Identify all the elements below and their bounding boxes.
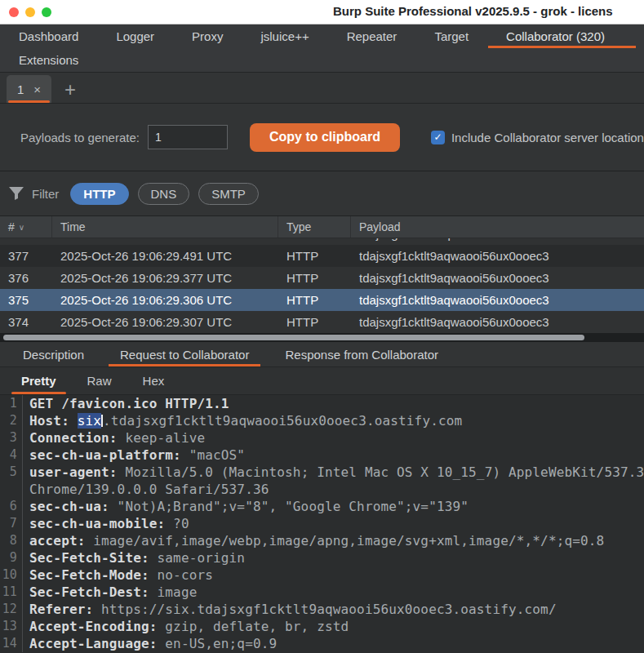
- session-tab-1[interactable]: 1 ×: [7, 75, 51, 103]
- editor-line: 11Sec-Fetch-Dest: image: [0, 584, 644, 601]
- viewtab-hex[interactable]: Hex: [133, 367, 175, 394]
- editor-line: 7sec-ch-ua-mobile: ?0: [0, 515, 644, 532]
- cell-num: 378: [0, 238, 52, 241]
- nav-tab-jsluice[interactable]: jsluice++: [249, 24, 320, 48]
- line-number: 13: [0, 618, 23, 635]
- editor-line: 9Sec-Fetch-Site: same-origin: [0, 549, 644, 566]
- code-text[interactable]: Connection: keep-alive: [23, 429, 644, 446]
- cell-payload: tdajsxgf1cktlt9aqwaooi56ux0ooec3: [351, 271, 644, 285]
- filter-pills: HTTPDNSSMTP: [59, 183, 259, 205]
- include-location-checkbox-group[interactable]: ✓ Include Collaborator server location: [431, 131, 644, 144]
- code-text[interactable]: Sec-Fetch-Site: same-origin: [23, 549, 644, 566]
- zoom-window-icon[interactable]: [42, 7, 51, 17]
- code-text[interactable]: Sec-Fetch-Mode: no-cors: [23, 566, 644, 584]
- line-number: 12: [0, 601, 23, 618]
- cell-time: 2025-Oct-26 19:06:29.491 UTC: [52, 238, 278, 241]
- column-header-time[interactable]: Time: [52, 216, 278, 238]
- filter-pill-smtp[interactable]: SMTP: [198, 183, 259, 205]
- nav-tab-extensions[interactable]: Extensions: [7, 48, 90, 72]
- tab-request-to-collaborator[interactable]: Request to Collaborator: [109, 342, 260, 366]
- column-header-type[interactable]: Type: [278, 216, 351, 238]
- session-tabstrip: 1 × +: [0, 73, 644, 104]
- nav-tab-logger[interactable]: Logger: [104, 24, 166, 48]
- editor-line: 10Sec-Fetch-Mode: no-cors: [0, 566, 644, 584]
- request-editor: 1GET /favicon.ico HTTP/1.12Host: six.tda…: [0, 395, 644, 653]
- cell-type: HTTP: [278, 315, 351, 329]
- line-number: 4: [0, 446, 23, 464]
- nav-tab-target[interactable]: Target: [423, 24, 480, 48]
- table-row[interactable]: 3772025-Oct-26 19:06:29.491 UTCHTTPtdajs…: [0, 245, 644, 267]
- payloads-to-generate-label: Payloads to generate:: [20, 131, 140, 144]
- editor-line: 3Connection: keep-alive: [0, 429, 644, 446]
- cell-num: 374: [0, 315, 52, 329]
- nav-tab-repeater[interactable]: Repeater: [335, 24, 409, 48]
- add-tab-button[interactable]: +: [64, 82, 76, 98]
- editor-line: 8accept: image/avif,image/webp,image/apn…: [0, 532, 644, 549]
- line-number: 6: [0, 498, 23, 515]
- code-text[interactable]: sec-ch-ua-platform: "macOS": [23, 446, 644, 464]
- scrollbar-thumb[interactable]: [3, 335, 584, 340]
- line-number: 5: [0, 464, 23, 481]
- code-text[interactable]: user-agent: Mozilla/5.0 (Macintosh; Inte…: [23, 464, 644, 481]
- line-number: 7: [0, 515, 23, 532]
- editor-line: 1GET /favicon.ico HTTP/1.1: [0, 395, 644, 412]
- line-number: 14: [0, 635, 23, 652]
- editor-line: 12Referer: https://six.tdajsxgf1cktlt9aq…: [0, 601, 644, 618]
- payload-bar: Payloads to generate: Copy to clipboard …: [0, 104, 644, 171]
- table-row[interactable]: 3782025-Oct-26 19:06:29.491 UTCHTTPtdajs…: [0, 238, 644, 245]
- checkbox-checked-icon[interactable]: ✓: [431, 131, 445, 144]
- detail-tabs: DescriptionRequest to CollaboratorRespon…: [0, 342, 644, 367]
- column-header-number[interactable]: # ∨: [0, 216, 52, 238]
- code-text[interactable]: Referer: https://six.tdajsxgf1cktlt9aqwa…: [23, 601, 644, 618]
- line-number: 1: [0, 395, 23, 412]
- viewtab-raw[interactable]: Raw: [78, 367, 122, 394]
- session-tab-label: 1: [17, 82, 24, 96]
- table-row[interactable]: 3752025-Oct-26 19:06:29.306 UTCHTTPtdajs…: [0, 289, 644, 311]
- code-text[interactable]: Accept-Encoding: gzip, deflate, br, zstd: [23, 618, 644, 635]
- editor-line: 13Accept-Encoding: gzip, deflate, br, zs…: [0, 618, 644, 635]
- tab-response-from-collaborator[interactable]: Response from Collaborator: [273, 342, 450, 366]
- column-header-payload[interactable]: Payload: [351, 216, 644, 238]
- editor-lines: 1GET /favicon.ico HTTP/1.12Host: six.tda…: [0, 395, 644, 652]
- line-number: 10: [0, 566, 23, 584]
- table-row[interactable]: 3742025-Oct-26 19:06:29.307 UTCHTTPtdajs…: [0, 311, 644, 333]
- code-text[interactable]: sec-ch-ua-mobile: ?0: [23, 515, 644, 532]
- payload-count-input[interactable]: [148, 125, 228, 149]
- cell-time: 2025-Oct-26 19:06:29.491 UTC: [52, 249, 278, 263]
- editor-line: 2Host: six.tdajsxgf1cktlt9aqwaooi56ux0oo…: [0, 412, 644, 429]
- viewtab-pretty[interactable]: Pretty: [11, 367, 66, 394]
- nav-tab-proxy[interactable]: Proxy: [180, 24, 234, 48]
- cell-time: 2025-Oct-26 19:06:29.377 UTC: [52, 271, 278, 285]
- editor-line: 6sec-ch-ua: "Not)A;Brand";v="8", "Google…: [0, 498, 644, 515]
- code-text[interactable]: Chrome/139.0.0.0 Safari/537.36: [23, 481, 644, 498]
- horizontal-scrollbar[interactable]: [0, 333, 644, 342]
- cell-num: 375: [0, 293, 52, 307]
- filter-pill-http[interactable]: HTTP: [70, 183, 128, 205]
- editor-line: 4sec-ch-ua-platform: "macOS": [0, 446, 644, 464]
- table-row[interactable]: 3762025-Oct-26 19:06:29.377 UTCHTTPtdajs…: [0, 267, 644, 289]
- line-number: 11: [0, 584, 23, 601]
- code-text[interactable]: Sec-Fetch-Dest: image: [23, 584, 644, 601]
- code-text[interactable]: sec-ch-ua: "Not)A;Brand";v="8", "Google …: [23, 498, 644, 515]
- cell-time: 2025-Oct-26 19:06:29.306 UTC: [52, 293, 278, 307]
- code-text[interactable]: Accept-Language: en-US,en;q=0.9: [23, 635, 644, 652]
- cell-payload: tdajsxgf1cktlt9aqwaooi56ux0ooec3: [351, 315, 644, 329]
- window-title: Burp Suite Professional v2025.9.5 - grok…: [333, 4, 613, 18]
- nav-tab-dashboard[interactable]: Dashboard: [7, 24, 90, 48]
- code-text[interactable]: GET /favicon.ico HTTP/1.1: [23, 395, 644, 412]
- close-window-icon[interactable]: [9, 7, 19, 17]
- sort-descending-icon: ∨: [19, 223, 24, 232]
- main-navbar: DashboardLoggerProxyjsluice++RepeaterTar…: [0, 24, 644, 73]
- cell-num: 376: [0, 271, 52, 285]
- minimize-window-icon[interactable]: [25, 7, 35, 17]
- tab-description[interactable]: Description: [11, 342, 95, 366]
- copy-to-clipboard-button[interactable]: Copy to clipboard: [250, 123, 400, 152]
- cell-payload: tdajsxgf1cktlt9aqwaooi56ux0ooec3: [351, 238, 644, 241]
- close-tab-icon[interactable]: ×: [33, 82, 41, 96]
- filter-pill-dns[interactable]: DNS: [138, 183, 190, 205]
- line-number: 3: [0, 429, 23, 446]
- nav-tab-collaborator-320[interactable]: Collaborator (320): [495, 24, 616, 48]
- code-text[interactable]: Host: six.tdajsxgf1cktlt9aqwaooi56ux0ooe…: [23, 412, 644, 429]
- code-text[interactable]: accept: image/avif,image/webp,image/apng…: [23, 532, 644, 549]
- table-body: 3782025-Oct-26 19:06:29.491 UTCHTTPtdajs…: [0, 238, 644, 333]
